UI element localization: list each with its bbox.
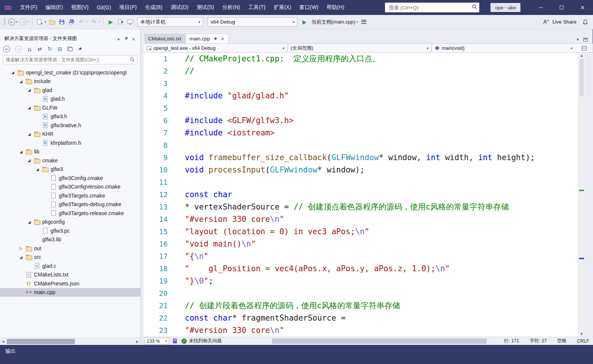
quick-search-box[interactable] — [385, 3, 479, 12]
tree-item-main.cpp[interactable]: ++main.cpp — [0, 288, 140, 297]
live-share-icon[interactable] — [541, 17, 550, 27]
code-line-21[interactable]: 21// 创建片段着色器程序的源码，使用c风格的常量字符串存储 — [144, 300, 577, 312]
run-options-icon[interactable] — [361, 20, 366, 24]
status-spaces[interactable]: 空格 — [557, 338, 566, 344]
tree-item-khr[interactable]: ◢KHR — [0, 130, 140, 139]
expander-open-icon[interactable]: ◢ — [18, 255, 24, 259]
menu-h[interactable]: 帮助(H) — [323, 0, 348, 15]
menu-d[interactable]: 调试(D) — [166, 0, 192, 15]
code-health-check-icon[interactable]: ✓ — [181, 339, 187, 344]
start-without-debugging-button[interactable]: ▶ — [106, 17, 115, 27]
menu-p[interactable]: 项目(P) — [115, 0, 141, 15]
forward-circle-icon[interactable]: → — [15, 46, 22, 52]
expander-closed-icon[interactable]: ▷ — [18, 246, 24, 250]
expander-open-icon[interactable]: ◢ — [26, 158, 32, 162]
status-eol[interactable]: CRLF — [577, 339, 589, 344]
scroll-down-icon[interactable]: ▼ — [578, 332, 585, 336]
live-share-label[interactable]: Live Share — [552, 19, 577, 25]
code-editor[interactable]: 1// CMakeProject1.cpp: 定义应用程序的入口点。2//34#… — [144, 53, 593, 337]
code-line-2[interactable]: 2// — [144, 65, 577, 77]
tree-item-glad.c[interactable]: glad.c — [0, 261, 140, 270]
tree-item-src[interactable]: ◢src — [0, 253, 140, 262]
tree-item-glad[interactable]: ◢glad — [0, 86, 140, 95]
tree-item-glfw3.lib[interactable]: glfw3.lib — [0, 235, 140, 244]
tree-item-glad.h[interactable]: glad.h — [0, 95, 140, 104]
navigate-back-button[interactable]: ← — [8, 18, 15, 25]
editor-layout-icon[interactable] — [583, 38, 588, 42]
explorer-horizontal-scrollbar[interactable]: ◀ ▶ — [0, 337, 140, 345]
code-line-14[interactable]: 14"#version 330 core\n" — [144, 213, 577, 226]
tree-item-glfw3config.cmake[interactable]: glfw3Config.cmake — [0, 174, 140, 183]
panel-close-icon[interactable]: × — [130, 37, 137, 42]
scroll-track[interactable] — [6, 338, 134, 345]
scroll-right-icon[interactable]: ▶ — [134, 340, 140, 343]
menu-s[interactable]: 测试(S) — [193, 0, 218, 15]
split-editor-icon[interactable] — [575, 44, 593, 52]
menu-n[interactable]: 分析(N) — [218, 0, 244, 15]
new-file-button[interactable] — [35, 17, 44, 27]
menu-x[interactable]: 扩展(X) — [270, 0, 296, 15]
save-all-button[interactable] — [67, 17, 76, 27]
navigate-forward-button[interactable]: → — [19, 18, 27, 25]
menu-e[interactable]: 编辑(E) — [41, 0, 67, 15]
open-folder-button[interactable] — [48, 17, 56, 27]
tree-item-pkgconfig[interactable]: ◢pkgconfig — [0, 218, 140, 227]
close-tab-icon[interactable]: × — [220, 36, 224, 42]
code-line-11[interactable]: 11 — [144, 176, 577, 189]
code-line-20[interactable]: 20 — [144, 287, 577, 300]
forward-dropdown-icon[interactable]: ▾ — [27, 20, 29, 24]
sync-with-active-document-icon[interactable]: ⇄ — [36, 46, 43, 52]
editor-extension-icon[interactable] — [173, 339, 177, 343]
code-line-16[interactable]: 16"void main()\n" — [144, 238, 577, 250]
tree-item-cmakepresets.json[interactable]: {}CMakePresets.json — [0, 279, 140, 288]
tree-item-khrplatform.h[interactable]: khrplatform.h — [0, 138, 140, 147]
code-line-7[interactable]: 7#include <iostream> — [144, 127, 577, 139]
code-line-18[interactable]: 18" gl_Position = vec4(aPos.x, aPos.y, a… — [144, 263, 577, 275]
undo-button[interactable]: ↶ — [77, 17, 86, 27]
tree-item-glfw[interactable]: ◢GLFW — [0, 103, 140, 112]
expander-open-icon[interactable]: ◢ — [34, 167, 40, 171]
panel-chevron-down-icon[interactable]: ▾ — [115, 37, 122, 42]
code-line-9[interactable]: 9void framebuffer_size_callback(GLFWwind… — [144, 152, 577, 164]
output-tab[interactable]: 输出 — [5, 348, 16, 355]
panel-pin-icon[interactable] — [122, 36, 130, 42]
pin-icon[interactable] — [77, 46, 83, 52]
code-line-10[interactable]: 10void processInput(GLFWwindow* window); — [144, 164, 577, 176]
code-line-17[interactable]: 17"{\n" — [144, 250, 577, 263]
menu-t[interactable]: 工具(T) — [244, 0, 270, 15]
tree-item-lib[interactable]: ◢lib — [0, 147, 140, 156]
scroll-left-icon[interactable]: ◀ — [0, 340, 6, 343]
code-line-4[interactable]: 4#include "glad/glad.h" — [144, 90, 577, 102]
member-dropdown[interactable]: main(void) ▾ — [432, 44, 575, 52]
preview-pane-icon[interactable] — [67, 46, 73, 52]
explorer-search-box[interactable] — [3, 55, 137, 64]
code-line-23[interactable]: 23"#version 330 core\n" — [144, 324, 577, 337]
collapse-all-icon[interactable]: ⊟ — [56, 46, 63, 52]
code-line-22[interactable]: 22const char* fragmentShaderSource = — [144, 312, 577, 324]
menu-v[interactable]: 视图(V) — [67, 0, 93, 15]
code-line-12[interactable]: 12const char — [144, 189, 577, 201]
code-line-1[interactable]: 1// CMakeProject1.cpp: 定义应用程序的入口点。 — [144, 53, 577, 65]
code-line-6[interactable]: 6#include <GLFW/glfw3.h> — [144, 114, 577, 127]
menu-f[interactable]: 文件(F) — [16, 0, 42, 15]
toolbar-grip[interactable] — [4, 18, 5, 26]
project-dropdown[interactable]: opengl_test.exe - x64 Debug ▾ — [144, 44, 288, 52]
code-line-13[interactable]: 13* vertexShaderSource = // 创建顶点着色器程序的源码… — [144, 201, 577, 213]
back-dropdown-icon[interactable]: ▾ — [16, 20, 18, 24]
configuration-dropdown[interactable]: x64 Debug ▾ — [208, 17, 297, 27]
refresh-icon[interactable]: ↻ — [46, 46, 53, 52]
undo-dropdown-icon[interactable]: ▾ — [86, 20, 88, 24]
account-chip[interactable]: ope⋯ake — [490, 3, 520, 12]
expander-open-icon[interactable]: ◢ — [26, 132, 32, 136]
maximize-button[interactable] — [551, 0, 572, 15]
scroll-thumb[interactable] — [272, 339, 486, 344]
redo-dropdown-icon[interactable]: ▾ — [98, 20, 100, 24]
close-button[interactable]: × — [572, 0, 593, 15]
open-documents-chevron-icon[interactable]: ▾ — [577, 37, 579, 42]
tree-item-opengl-test-cmake-d-cpp-projects-opengl[interactable]: ◢opengl_test_cmake (D:\cpp\projects\open… — [0, 68, 140, 77]
debug-target-label[interactable]: 当前文档(main.cpp) — [311, 19, 355, 25]
monitor-icon[interactable] — [126, 17, 135, 27]
scroll-up-icon[interactable]: ▲ — [578, 53, 585, 57]
scope-dropdown[interactable]: (全局范围) ▾ — [288, 44, 432, 52]
tree-item-glfw3configversion.cmake[interactable]: glfw3ConfigVersion.cmake — [0, 183, 140, 192]
